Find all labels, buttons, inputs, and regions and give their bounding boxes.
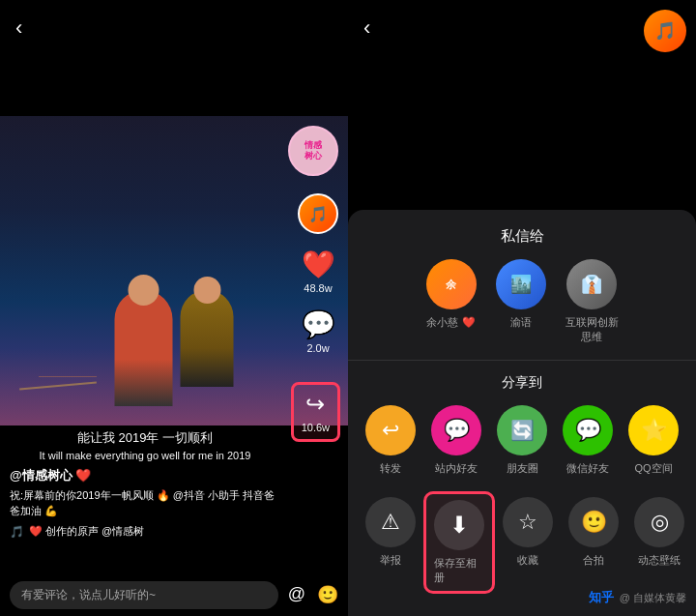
moments-label: 朋友圈	[507, 461, 538, 476]
save-to-album-button[interactable]: ⬇ 保存至相册	[423, 491, 495, 594]
comment-action[interactable]: 💬 2.0w	[302, 311, 335, 354]
music-note-icon: 🎵	[10, 525, 24, 539]
download-icon-circle: ⬇	[434, 500, 484, 550]
pm-contact-1[interactable]: 余 余小慈 ❤️	[426, 259, 477, 344]
watermark: 知乎 @ 自媒体黄馨	[589, 589, 686, 606]
download-icon: ⬇	[450, 512, 469, 539]
left-back-button[interactable]: ‹	[15, 15, 22, 41]
forward-label: 转发	[380, 461, 401, 476]
like-count: 48.8w	[304, 282, 332, 294]
author-avatar[interactable]: 🎵	[298, 193, 338, 234]
watermark-author: @ 自媒体黄馨	[620, 591, 686, 605]
wallpaper-icon: ◎	[651, 510, 669, 535]
share-icon: ↪	[305, 391, 325, 418]
comment-input[interactable]: 有爱评论，说点儿好听的~	[10, 581, 278, 609]
emoji-icon[interactable]: 🙂	[317, 584, 338, 605]
share-sheet-title: 私信给	[348, 210, 696, 259]
pm-contact-2[interactable]: 🏙️ 渝语	[496, 259, 546, 344]
wechat-icon-circle: 💬	[563, 405, 613, 455]
couple-figures	[115, 290, 234, 406]
top-right-avatar[interactable]: 🎵	[644, 10, 686, 52]
share-count: 10.6w	[302, 422, 330, 433]
pm-name-3: 互联网创新 思维	[566, 315, 619, 344]
forward-icon-circle: ↩	[365, 405, 416, 455]
comment-action-icons: @ 🙂	[288, 584, 338, 605]
comment-count: 2.0w	[306, 342, 329, 354]
share-option-collect[interactable]: ☆ 收藏	[495, 491, 561, 594]
friends-label: 站内好友	[435, 461, 478, 476]
zhihu-logo: 知乎	[589, 589, 614, 606]
moments-icon: 🔄	[510, 419, 535, 442]
collect-label: 收藏	[517, 553, 538, 568]
share-option-moments[interactable]: 🔄 朋友圈	[497, 405, 547, 476]
video-description: 祝:屏幕前的你2019年一帆风顺 🔥 @抖音 小助手 抖音爸爸加油 💪	[10, 488, 276, 518]
wechat-icon: 💬	[575, 418, 601, 443]
friends-icon: 💬	[444, 418, 470, 443]
heart-icon: ❤️	[302, 251, 335, 279]
save-to-album-label: 保存至相册	[434, 556, 484, 585]
pm-name-1: 余小慈 ❤️	[426, 315, 475, 330]
wallpaper-icon-circle: ◎	[634, 497, 684, 547]
collect-icon: ☆	[518, 510, 537, 535]
share-option-qq[interactable]: ⭐ QQ空间	[628, 405, 679, 476]
pm-avatar-emoji-3: 👔	[581, 274, 602, 295]
share-section-title: 分享到	[348, 374, 696, 392]
wechat-label: 微信好友	[566, 461, 609, 476]
report-icon: ⚠	[381, 510, 400, 535]
pm-contacts-row: 余 余小慈 ❤️ 🏙️ 渝语 👔 互联网创新 思维	[348, 259, 696, 360]
qq-icon: ⭐	[641, 418, 667, 443]
share-grid-row1: ↩ 转发 💬 站内好友 🔄 朋友圈	[348, 405, 696, 491]
subtitle-chinese: 能让我 2019年 一切顺利	[10, 429, 280, 447]
share-option-duet[interactable]: 🙂 合拍	[561, 491, 626, 594]
moments-icon-circle: 🔄	[497, 405, 547, 455]
at-icon[interactable]: @	[288, 584, 305, 605]
pm-avatar-3: 👔	[566, 259, 617, 309]
report-icon-circle: ⚠	[365, 497, 416, 547]
qq-label: QQ空间	[634, 461, 672, 476]
action-buttons: 🎵 ❤️ 48.8w 💬 2.0w	[298, 193, 338, 354]
wallpaper-label: 动态壁纸	[638, 553, 681, 568]
right-back-button[interactable]: ‹	[363, 15, 370, 41]
like-action[interactable]: ❤️ 48.8w	[302, 251, 335, 294]
comment-icon: 💬	[302, 311, 335, 338]
share-option-friends[interactable]: 💬 站内好友	[431, 405, 481, 476]
share-action-box[interactable]: ↪ 10.6w	[291, 382, 340, 442]
pm-avatar-emoji-2: 🏙️	[510, 274, 532, 295]
right-panel: ‹ 🎵 私信给 余 余小慈 ❤️ 🏙	[348, 0, 696, 616]
pm-name-2: 渝语	[510, 315, 532, 330]
person-figure-1	[115, 290, 173, 406]
music-text: ❤️ 创作的原声 @情感树	[29, 524, 144, 539]
divider-1	[348, 360, 696, 361]
author-name: @情感树心 ❤️	[10, 467, 276, 484]
left-panel: ‹ 情感 树心 🎵 ❤️ 48.8w 💬 2.0w	[0, 0, 348, 616]
duet-label: 合拍	[583, 553, 604, 568]
light-streak-2	[39, 376, 97, 377]
collect-icon-circle: ☆	[503, 497, 553, 547]
share-option-report[interactable]: ⚠ 举报	[358, 491, 423, 594]
share-option-wechat[interactable]: 💬 微信好友	[563, 405, 613, 476]
pm-avatar-2: 🏙️	[496, 259, 546, 309]
pm-avatar-initials-1: 余	[446, 278, 456, 292]
forward-icon: ↩	[382, 418, 399, 443]
qq-icon-circle: ⭐	[628, 405, 679, 455]
report-label: 举报	[380, 553, 401, 568]
duet-icon: 🙂	[581, 510, 607, 535]
friends-icon-circle: 💬	[431, 405, 481, 455]
music-info: 🎵 ❤️ 创作的原声 @情感树	[10, 524, 276, 539]
main-container: ‹ 情感 树心 🎵 ❤️ 48.8w 💬 2.0w	[0, 0, 696, 616]
share-option-wallpaper[interactable]: ◎ 动态壁纸	[626, 491, 692, 594]
subtitle-area: 能让我 2019年 一切顺利 It will make everything g…	[0, 429, 290, 461]
pm-contact-3[interactable]: 👔 互联网创新 思维	[566, 259, 619, 344]
pm-avatar-1: 余	[426, 259, 477, 309]
comment-bar: 有爱评论，说点儿好听的~ @ 🙂	[0, 573, 348, 616]
person-figure-2	[181, 290, 234, 387]
author-avatar-item: 🎵	[298, 193, 338, 234]
share-option-forward[interactable]: ↩ 转发	[365, 405, 416, 476]
tag-bubble: 情感 树心	[288, 126, 338, 176]
share-sheet: 私信给 余 余小慈 ❤️ 🏙️ 渝语	[348, 210, 696, 616]
bottom-info: @情感树心 ❤️ 祝:屏幕前的你2019年一帆风顺 🔥 @抖音 小助手 抖音爸爸…	[0, 467, 285, 539]
subtitle-english: It will make everything go well for me i…	[10, 450, 280, 461]
duet-icon-circle: 🙂	[568, 497, 619, 547]
